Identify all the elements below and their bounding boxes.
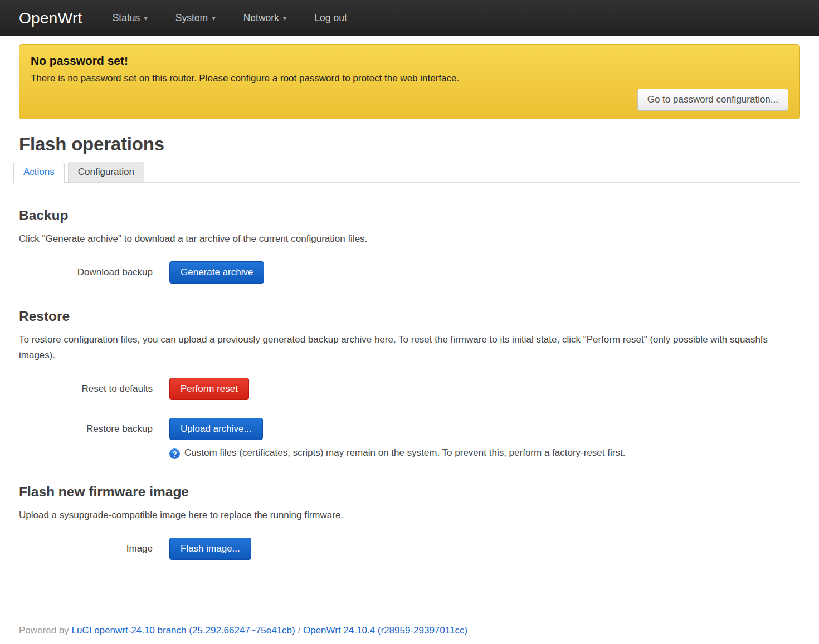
download-backup-label: Download backup: [19, 261, 169, 278]
flash-heading: Flash new firmware image: [19, 484, 800, 500]
top-navbar: OpenWrt Status ▾ System ▾ Network ▾ Log …: [0, 0, 819, 36]
perform-reset-button[interactable]: Perform reset: [169, 378, 249, 400]
luci-version-link[interactable]: LuCI openwrt-24.10 branch (25.292.66247~…: [72, 625, 295, 636]
main-content: Flash operations Actions Configuration B…: [0, 134, 819, 560]
help-icon: ?: [169, 448, 180, 459]
upload-archive-button[interactable]: Upload archive...: [169, 418, 263, 440]
go-to-password-configuration-button[interactable]: Go to password configuration...: [637, 89, 788, 111]
restore-hint-text: Custom files (certificates, scripts) may…: [184, 447, 625, 458]
chevron-down-icon: ▾: [212, 14, 216, 22]
flash-image-button[interactable]: Flash image...: [169, 538, 251, 560]
nav-item-system[interactable]: System ▾: [171, 9, 220, 27]
download-backup-control: Generate archive: [169, 261, 264, 284]
generate-archive-button[interactable]: Generate archive: [169, 261, 264, 284]
footer-separator: /: [295, 625, 303, 636]
restore-description: To restore configuration files, you can …: [19, 332, 799, 363]
flash-description: Upload a sysupgrade-compatible image her…: [19, 508, 799, 523]
reset-to-defaults-row: Reset to defaults Perform reset: [19, 378, 800, 400]
no-password-alert: No password set! There is no password se…: [19, 44, 800, 119]
chevron-down-icon: ▾: [283, 14, 287, 22]
alert-actions: Go to password configuration...: [31, 89, 788, 111]
page-footer: Powered by LuCI openwrt-24.10 branch (25…: [0, 607, 819, 644]
nav-item-logout[interactable]: Log out: [310, 9, 351, 27]
download-backup-row: Download backup Generate archive: [19, 261, 800, 284]
alert-title: No password set!: [31, 54, 788, 67]
reset-to-defaults-label: Reset to defaults: [19, 378, 169, 394]
page-title: Flash operations: [19, 134, 800, 155]
chevron-down-icon: ▾: [144, 14, 148, 22]
brand-logo[interactable]: OpenWrt: [19, 9, 82, 27]
openwrt-version-link[interactable]: OpenWrt 24.10.4 (r28959-29397011cc): [303, 625, 467, 636]
restore-backup-control: Upload archive... ? Custom files (certif…: [169, 418, 625, 459]
backup-description: Click "Generate archive" to download a t…: [19, 231, 799, 247]
reset-to-defaults-control: Perform reset: [169, 378, 249, 400]
nav-item-network[interactable]: Network ▾: [239, 9, 291, 27]
restore-section: Restore To restore configuration files, …: [19, 309, 800, 459]
nav-item-label: Log out: [314, 12, 347, 24]
tab-actions[interactable]: Actions: [13, 162, 65, 183]
restore-backup-label: Restore backup: [19, 418, 169, 435]
backup-section: Backup Click "Generate archive" to downl…: [19, 208, 800, 284]
restore-backup-row: Restore backup Upload archive... ? Custo…: [19, 418, 800, 459]
tab-bar: Actions Configuration: [13, 162, 800, 183]
nav-item-label: System: [176, 12, 208, 24]
nav-item-label: Status: [113, 12, 140, 24]
flash-image-control: Flash image...: [169, 538, 251, 560]
restore-hint: ? Custom files (certificates, scripts) m…: [169, 447, 625, 459]
nav-item-status[interactable]: Status ▾: [108, 9, 152, 27]
flash-firmware-section: Flash new firmware image Upload a sysupg…: [19, 484, 800, 560]
nav-item-label: Network: [243, 12, 279, 24]
flash-image-row: Image Flash image...: [19, 538, 800, 560]
tab-configuration[interactable]: Configuration: [68, 162, 144, 182]
restore-heading: Restore: [19, 309, 800, 324]
footer-powered-by: Powered by: [19, 625, 72, 636]
backup-heading: Backup: [19, 208, 800, 223]
flash-image-label: Image: [19, 538, 169, 554]
alert-message: There is no password set on this router.…: [31, 73, 788, 84]
